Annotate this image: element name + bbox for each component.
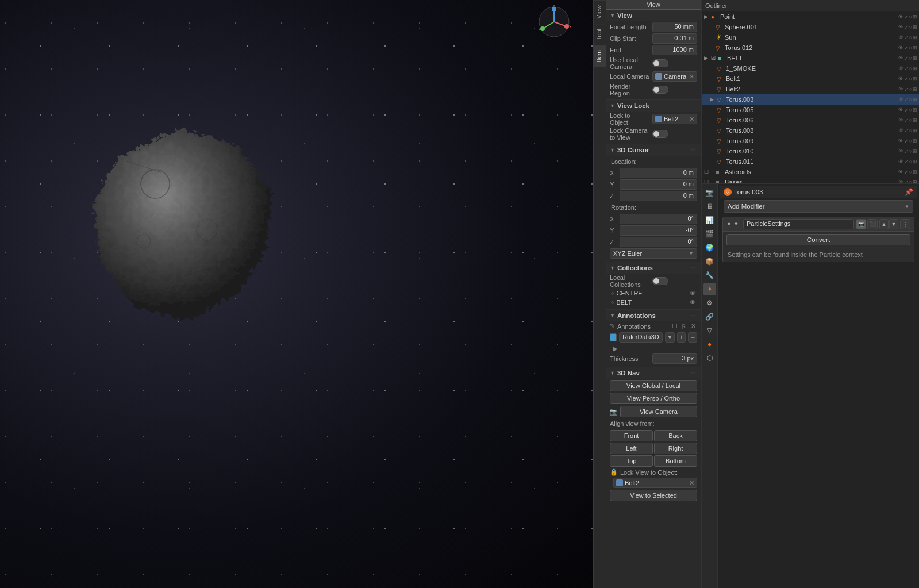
nav-section-header[interactable]: ▼ 3D Nav ··· — [606, 367, 701, 379]
front-button[interactable]: Front — [610, 430, 653, 441]
props-scene-icon[interactable]: 🎬 — [703, 228, 716, 240]
clip-start-field[interactable]: 0.01 m — [652, 33, 697, 44]
grd-icon-t012[interactable]: ⊞ — [913, 45, 917, 51]
eye-icon-t012[interactable]: 👁 — [898, 45, 903, 51]
ren-icon-t012[interactable]: ○ — [909, 45, 912, 51]
annotations-play-icon[interactable]: ▶ — [613, 345, 618, 352]
view-to-selected-button[interactable]: View to Selected — [610, 490, 697, 501]
cursor-z-field[interactable]: 0 m — [620, 191, 697, 201]
bottom-button[interactable]: Bottom — [654, 455, 697, 467]
outliner-row-point[interactable]: ▶ ● Point 👁 ↙ ○ ⊞ — [702, 11, 919, 22]
eye-icon[interactable]: 👁 — [898, 14, 903, 20]
select-icon-sphere[interactable]: ↙ — [904, 24, 909, 30]
props-pin-icon[interactable]: 📌 — [905, 188, 913, 196]
particle-collapse-icon[interactable]: ▼ — [726, 221, 732, 227]
grd-t003[interactable]: ⊞ — [913, 97, 917, 102]
grd-icon-sun[interactable]: ⊞ — [913, 34, 917, 40]
ren-icon-sun[interactable]: ○ — [909, 34, 912, 40]
ren-belt2[interactable]: ○ — [909, 86, 912, 92]
props-view-layer-icon[interactable]: 📊 — [703, 214, 716, 226]
annotations-close-icon[interactable]: ✕ — [690, 322, 697, 330]
sel-t011[interactable]: ↙ — [904, 159, 909, 164]
eye-icon-sun[interactable]: 👁 — [898, 34, 903, 40]
outliner-row-torus009[interactable]: ▽ Torus.009 👁↙○⊞ — [702, 136, 919, 146]
lock-view-field[interactable]: Belt2 ✕ — [613, 478, 697, 488]
ren-t010[interactable]: ○ — [909, 148, 912, 154]
eye-icon-belt-coll[interactable]: 👁 — [898, 55, 903, 61]
eye-belt2[interactable]: 👁 — [898, 86, 903, 92]
ren-t006[interactable]: ○ — [909, 117, 912, 123]
particle-realtime-button[interactable]: ⬛ — [867, 219, 878, 229]
render-icon-sphere[interactable]: ○ — [909, 24, 912, 30]
left-button[interactable]: Left — [610, 443, 653, 454]
grd-t008[interactable]: ⊞ — [913, 128, 917, 133]
sel-belt1[interactable]: ↙ — [904, 76, 909, 82]
props-data-icon[interactable]: ▽ — [703, 324, 716, 337]
props-modifier-icon[interactable]: 🔧 — [703, 269, 716, 282]
right-button[interactable]: Right — [654, 443, 697, 454]
outliner-row-belt2[interactable]: ▽ Belt2 👁↙○⊞ — [702, 84, 919, 94]
outliner-row-belt1[interactable]: ▽ Belt1 👁↙○⊞ — [702, 74, 919, 84]
annotations-header[interactable]: ▼ Annotations ··· — [606, 310, 701, 321]
cursor-rx-field[interactable]: 0° — [620, 214, 697, 224]
view-persp-ortho-button[interactable]: View Persp / Ortho — [610, 393, 697, 404]
sel-t010[interactable]: ↙ — [904, 148, 909, 154]
props-physics-icon[interactable]: ⚙ — [703, 297, 716, 309]
sel-belt2[interactable]: ↙ — [904, 86, 909, 92]
outliner-row-torus010[interactable]: ▽ Torus.010 👁↙○⊞ — [702, 146, 919, 156]
outliner-row-sun[interactable]: ☀ Sun 👁 ↙ ○ ⊞ — [702, 32, 919, 43]
eye-t011[interactable]: 👁 — [898, 159, 903, 164]
outliner-grid-icon[interactable]: ⊞ — [913, 14, 917, 20]
close-lock-view-icon[interactable]: ✕ — [689, 479, 694, 487]
close-local-camera-icon[interactable]: ✕ — [689, 73, 694, 80]
eye-asteroids[interactable]: 👁 — [898, 169, 903, 175]
sel-t009[interactable]: ↙ — [904, 138, 909, 144]
eye-icon-sphere[interactable]: 👁 — [898, 24, 903, 30]
collection-belt[interactable]: ○ BELT 👁 — [606, 298, 701, 307]
focal-length-field[interactable]: 50 mm — [652, 22, 697, 32]
tab-item[interactable]: Item — [594, 45, 606, 67]
collection-centre-eye-icon[interactable]: 👁 — [690, 290, 696, 297]
particle-menu-button[interactable]: ⋮ — [900, 219, 910, 229]
annotations-color-swatch[interactable] — [610, 333, 617, 341]
render-icon[interactable]: ○ — [909, 14, 912, 20]
sel-t005[interactable]: ↙ — [904, 107, 909, 113]
particle-down-button[interactable]: ▼ — [889, 219, 898, 229]
sel-t006[interactable]: ↙ — [904, 117, 909, 123]
cursor-x-field[interactable]: 0 m — [620, 168, 697, 178]
sel-bases[interactable]: ↙ — [904, 179, 909, 184]
grd-t006[interactable]: ⊞ — [913, 117, 917, 123]
sel-asteroids[interactable]: ↙ — [904, 169, 909, 175]
annotations-remove-button[interactable]: − — [688, 332, 697, 343]
outliner-row-asteroids[interactable]: ☐ ■ Asteroids 👁↙○⊞ — [702, 167, 919, 177]
collection-belt-eye-icon[interactable]: 👁 — [690, 299, 696, 306]
sel-t003[interactable]: ↙ — [904, 97, 909, 102]
grd-t011[interactable]: ⊞ — [913, 159, 917, 164]
grid-icon-sphere[interactable]: ⊞ — [913, 24, 917, 30]
tab-tool[interactable]: Tool — [594, 24, 606, 45]
lock-camera-to-view-toggle[interactable] — [652, 130, 668, 138]
close-lock-object-icon[interactable]: ✕ — [689, 116, 694, 123]
annotations-layer-name[interactable]: RulerData3D — [619, 332, 663, 343]
ren-belt-coll[interactable]: ○ — [909, 55, 912, 61]
eye-t008[interactable]: 👁 — [898, 128, 903, 133]
local-camera-field[interactable]: Camera ✕ — [652, 71, 697, 82]
grd-asteroids[interactable]: ⊞ — [913, 169, 917, 175]
ren-smoke[interactable]: ○ — [909, 66, 912, 71]
sel-t008[interactable]: ↙ — [904, 128, 909, 133]
view-section-header[interactable]: ▼ View — [606, 10, 701, 21]
convert-button[interactable]: Convert — [726, 234, 910, 245]
outliner-row-torus008[interactable]: ▽ Torus.008 👁↙○⊞ — [702, 125, 919, 136]
eye-smoke[interactable]: 👁 — [898, 66, 903, 71]
back-button[interactable]: Back — [654, 430, 697, 441]
clip-end-field[interactable]: 1000 m — [652, 45, 697, 55]
ren-t008[interactable]: ○ — [909, 128, 912, 133]
sel-icon-t012[interactable]: ↙ — [904, 45, 909, 51]
outliner-check-belt[interactable]: ☑ — [711, 55, 717, 61]
outliner-row-smoke[interactable]: ▽ 1_SMOKE 👁↙○⊞ — [702, 63, 919, 74]
outliner-check-asteroids[interactable]: ☐ — [704, 169, 710, 175]
select-icon[interactable]: ↙ — [904, 14, 909, 20]
grd-t009[interactable]: ⊞ — [913, 138, 917, 144]
outliner-row-torus006[interactable]: ▽ Torus.006 👁↙○⊞ — [702, 115, 919, 125]
outliner-row-bases[interactable]: ☐ ■ Bases 👁↙○⊞ — [702, 177, 919, 184]
